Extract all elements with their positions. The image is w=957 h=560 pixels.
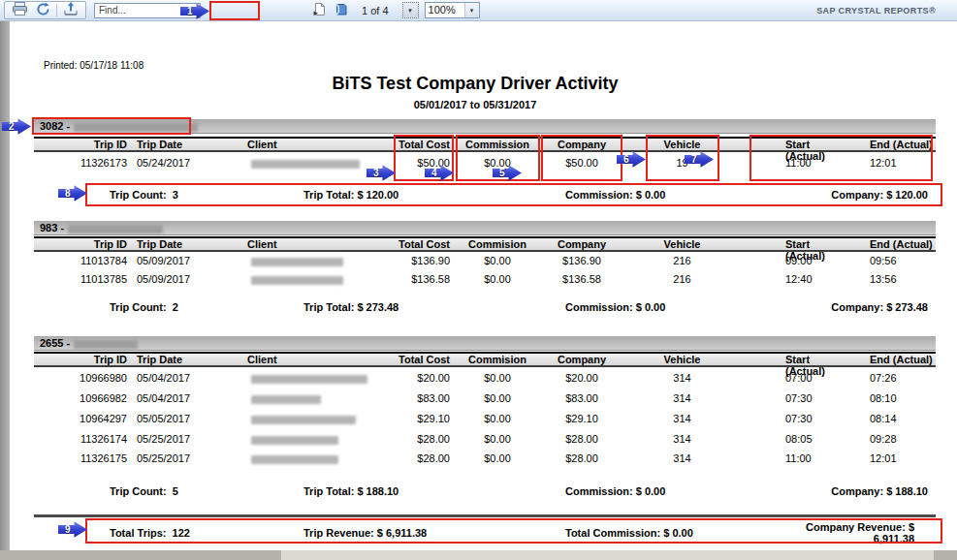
page-dropdown-button[interactable]: ▼ [402, 2, 419, 18]
print-button[interactable] [8, 2, 31, 18]
next-page-button[interactable] [310, 2, 328, 18]
window-edge-segment [934, 550, 957, 560]
cell-client [218, 252, 393, 269]
total-commission: Total Commission: $ 0.00 [565, 527, 798, 539]
redacted-client-name [251, 455, 338, 464]
cell-vehicle: 314 [622, 430, 742, 449]
company-total: Company: $ 188.10 [798, 485, 936, 497]
last-page-button[interactable] [332, 2, 349, 18]
cell-commission: $0.00 [454, 389, 541, 408]
cell-start-actual: 11:00 [742, 450, 848, 468]
cell-commission: $0.00 [454, 430, 541, 449]
redacted-client-name [251, 258, 343, 266]
cell-commission: $0.00 [454, 410, 541, 428]
trip-revenue: Trip Revenue: $ 6,911.38 [303, 527, 565, 539]
find-input[interactable] [94, 3, 201, 18]
trip-count: Trip Count: 3 [110, 189, 303, 201]
cell-end-actual: 07:26 [848, 369, 936, 388]
cell-total-cost: $83.00 [393, 389, 454, 408]
cell-start-actual: 11:00 [742, 154, 848, 171]
toolbar-separator [56, 4, 57, 16]
cell-commission: $0.00 [454, 252, 541, 269]
company-total: Company: $ 273.48 [798, 301, 936, 313]
export-button[interactable] [59, 2, 82, 18]
cell-trip-id: 11013784 [34, 252, 131, 269]
report-footer-divider [34, 514, 936, 517]
cell-trip-date: 05/04/2017 [131, 389, 218, 408]
column-header-row: Trip ID Trip Date Client Total Cost Comm… [34, 352, 936, 367]
cell-client [218, 270, 393, 288]
cell-start-actual: 07:30 [742, 410, 848, 428]
cell-client [218, 450, 393, 468]
redacted-client-name [251, 160, 360, 169]
last-page-icon [334, 2, 348, 19]
report-page: Printed: 05/17/18 11:08 BiTS Test Compan… [10, 21, 957, 548]
cell-end-actual: 08:10 [848, 389, 936, 408]
cell-trip-date: 05/05/2017 [131, 410, 218, 428]
trip-row: 10966980 05/04/2017 $20.00 $0.00 $20.00 … [34, 369, 936, 388]
cell-vehicle: 314 [622, 389, 742, 408]
total-trips: Total Trips: 122 [110, 527, 303, 539]
cell-start-actual: 09:00 [742, 252, 848, 269]
cell-total-cost: $28.00 [393, 450, 454, 468]
cell-start-actual: 12:40 [742, 270, 848, 288]
cell-client [218, 154, 393, 171]
cell-company: $20.00 [541, 369, 622, 388]
cell-trip-date: 05/24/2017 [131, 154, 218, 171]
driver-group-header: 2655 - [34, 336, 936, 351]
page-indicator: 1 of 4 [362, 5, 389, 16]
sap-crystal-reports-logo: SAP CRYSTAL REPORTS® [816, 6, 936, 16]
refresh-button[interactable] [31, 2, 54, 18]
cell-trip-id: 10964297 [34, 410, 131, 428]
redacted-client-name [251, 395, 321, 404]
printer-icon [12, 2, 28, 18]
grand-total-row: Total Trips: 122 Trip Revenue: $ 6,911.3… [34, 521, 936, 543]
zoom-level-value[interactable]: 100% [426, 3, 464, 17]
cell-client [218, 389, 393, 408]
trip-row: 11326175 05/25/2017 $28.00 $0.00 $28.00 … [34, 450, 936, 468]
page-navigation [305, 2, 354, 19]
cell-end-actual: 13:56 [848, 270, 936, 288]
cell-client [218, 430, 393, 449]
group-summary-row: Trip Count: 2 Trip Total: $ 273.48 Commi… [34, 298, 936, 316]
cell-trip-id: 10966980 [34, 369, 131, 388]
cell-commission: $0.00 [454, 154, 541, 171]
trip-row: 11013785 05/09/2017 $136.58 $0.00 $136.5… [34, 270, 936, 288]
crystal-reports-toolbar: 1 of 4 ▼ 100% ▼ SAP CRYSTAL REPORTS® [0, 0, 957, 21]
driver-id: 3082 - [40, 120, 70, 132]
cell-company: $136.90 [541, 252, 622, 269]
next-page-icon [312, 2, 327, 19]
redacted-client-name [251, 436, 338, 445]
cell-start-actual: 07:30 [742, 389, 848, 408]
cell-start-actual: 08:05 [742, 430, 848, 449]
cell-trip-id: 11326175 [34, 450, 131, 468]
cell-vehicle: 216 [622, 270, 742, 288]
cell-end-actual: 09:28 [848, 430, 936, 449]
export-icon [63, 2, 79, 18]
cell-commission: $0.00 [454, 369, 541, 388]
cell-total-cost: $28.00 [393, 430, 454, 449]
trip-total: Trip Total: $ 188.10 [303, 485, 565, 497]
cell-vehicle: 19 [622, 154, 742, 171]
commission-total: Commission: $ 0.00 [565, 189, 798, 201]
driver-group-header: 983 - [34, 221, 936, 235]
zoom-dropdown-arrow-icon[interactable]: ▼ [464, 3, 479, 17]
column-header-row: Trip ID Trip Date Client Total Cost Comm… [34, 236, 936, 252]
cell-company: $83.00 [541, 389, 622, 408]
report-date-range: 05/01/2017 to 05/31/2017 [10, 99, 941, 110]
cell-trip-id: 11326174 [34, 430, 131, 449]
cell-trip-id: 11013785 [34, 270, 131, 288]
cell-company: $136.58 [541, 270, 622, 288]
cell-trip-date: 05/25/2017 [131, 450, 218, 468]
redacted-client-name [251, 276, 343, 285]
trip-count: Trip Count: 5 [110, 485, 303, 497]
cell-company: $50.00 [541, 154, 622, 171]
cell-client [218, 369, 393, 388]
cell-total-cost: $50.00 [393, 154, 454, 171]
window-bottom-edge [0, 550, 957, 560]
redacted-client-name [251, 416, 356, 424]
viewer-left-margin [0, 21, 10, 560]
redacted-driver-name [74, 340, 138, 349]
trip-row: 10964297 05/05/2017 $29.10 $0.00 $29.10 … [34, 410, 936, 428]
trip-total: Trip Total: $ 120.00 [303, 189, 565, 201]
